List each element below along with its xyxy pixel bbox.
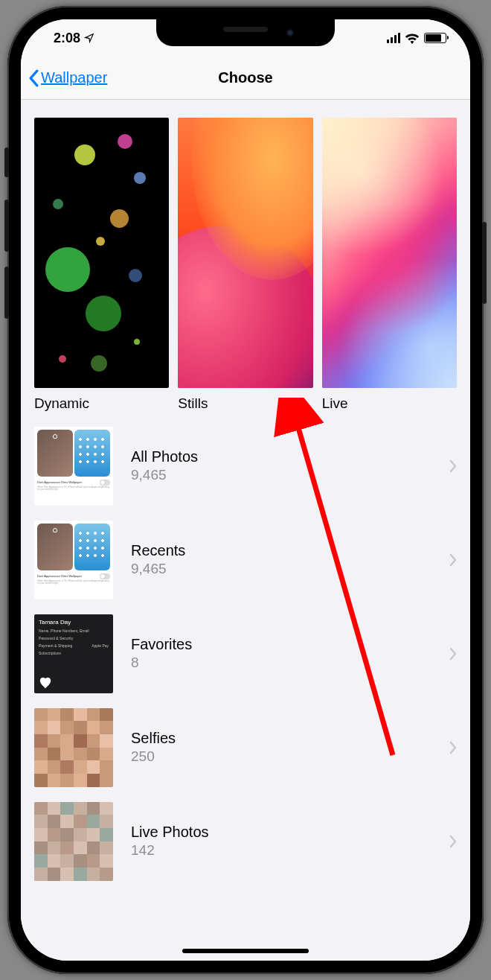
back-button[interactable]: Wallpaper (21, 69, 107, 87)
category-live[interactable]: Live (322, 118, 457, 412)
chevron-right-icon (449, 835, 457, 848)
album-favorites[interactable]: Tamara Day Name, Phone Numbers, Email Pa… (21, 607, 470, 701)
album-thumb: Dark Appearance Dims Wallpaper When Dark… (34, 427, 113, 506)
screen: 2:08 Wal (21, 19, 470, 961)
chevron-right-icon (449, 553, 457, 567)
speaker-grille (223, 27, 268, 32)
stills-thumb (178, 118, 312, 388)
album-count: 250 (131, 748, 431, 765)
album-thumb: Dark Appearance Dims Wallpaper When Dark… (34, 521, 113, 599)
category-label: Dynamic (34, 395, 169, 412)
album-thumb (34, 708, 113, 787)
nav-bar: Wallpaper Choose (21, 57, 470, 100)
album-count: 8 (131, 655, 431, 671)
album-title: Favorites (131, 636, 431, 653)
wallpaper-categories: Dynamic Stills Live (21, 100, 470, 419)
album-selfies[interactable]: Selfies 250 (21, 701, 470, 795)
chevron-right-icon (449, 647, 457, 661)
front-camera (286, 29, 294, 36)
wifi-icon (405, 33, 420, 44)
volume-down-button (4, 267, 9, 319)
album-title: All Photos (131, 448, 431, 465)
phone-frame: 2:08 Wal (7, 6, 484, 974)
chevron-right-icon (449, 459, 457, 473)
album-count: 9,465 (131, 467, 431, 483)
content-area[interactable]: Dynamic Stills Live Dark Appearance D (21, 100, 470, 961)
volume-up-button (4, 200, 9, 252)
album-count: 142 (131, 842, 431, 859)
location-icon (84, 33, 94, 43)
battery-icon (424, 33, 446, 43)
category-label: Live (322, 395, 457, 412)
album-title: Recents (131, 542, 431, 559)
home-indicator[interactable] (182, 949, 309, 953)
album-count: 9,465 (131, 561, 431, 577)
album-live-photos[interactable]: Live Photos 142 (21, 795, 470, 888)
silence-switch (4, 147, 9, 177)
album-thumb (34, 802, 113, 881)
cellular-icon (387, 33, 400, 43)
page-title: Choose (218, 69, 272, 86)
heart-icon (39, 677, 52, 689)
status-time: 2:08 (54, 31, 80, 46)
album-recents[interactable]: Dark Appearance Dims Wallpaper When Dark… (21, 513, 470, 607)
notch (156, 19, 335, 46)
back-label: Wallpaper (41, 69, 107, 86)
albums-list: Dark Appearance Dims Wallpaper When Dark… (21, 419, 470, 888)
chevron-left-icon (28, 69, 39, 87)
album-title: Selfies (131, 730, 431, 747)
category-dynamic[interactable]: Dynamic (34, 118, 169, 412)
category-stills[interactable]: Stills (178, 118, 312, 412)
dynamic-thumb (34, 118, 169, 388)
live-thumb (322, 118, 457, 388)
album-thumb: Tamara Day Name, Phone Numbers, Email Pa… (34, 614, 113, 693)
album-all-photos[interactable]: Dark Appearance Dims Wallpaper When Dark… (21, 419, 470, 513)
category-label: Stills (178, 395, 312, 412)
album-title: Live Photos (131, 824, 431, 841)
chevron-right-icon (449, 741, 457, 754)
power-button (482, 222, 487, 304)
